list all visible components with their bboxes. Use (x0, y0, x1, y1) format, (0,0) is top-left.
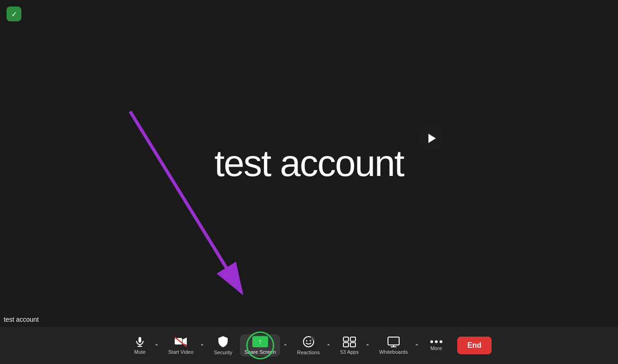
toolbar-group-share-screen: Share Screen ⌃ (238, 334, 291, 357)
svg-rect-16 (350, 343, 355, 347)
svg-text:+: + (312, 338, 314, 341)
reactions-chevron[interactable]: ⌃ (324, 339, 333, 351)
toolbar-group-whiteboards: Whiteboards ⌃ (374, 333, 423, 358)
svg-rect-2 (138, 337, 141, 343)
apps-button[interactable]: 53 Apps (336, 333, 362, 358)
svg-point-22 (440, 340, 442, 343)
svg-point-10 (309, 340, 311, 342)
svg-rect-14 (350, 337, 355, 341)
svg-point-20 (430, 340, 433, 343)
more-button[interactable]: More (425, 337, 448, 354)
video-icon (174, 336, 187, 347)
security-label: Security (214, 350, 232, 355)
microphone-icon (134, 336, 145, 347)
more-dots-icon (430, 340, 443, 344)
main-content-area: test account (0, 0, 618, 327)
reactions-button[interactable]: + Reactions (293, 333, 323, 358)
shield-icon (217, 336, 229, 348)
start-video-label: Start Video (168, 349, 193, 355)
svg-rect-17 (388, 337, 399, 345)
participant-label: test account (4, 316, 39, 323)
whiteboards-chevron[interactable]: ⌃ (413, 339, 421, 351)
svg-point-9 (306, 340, 307, 342)
mute-chevron[interactable]: ⌃ (152, 339, 161, 351)
more-label: More (430, 345, 442, 351)
toolbar: Mute ⌃ Start Video ⌃ (0, 327, 618, 364)
whiteboard-icon (387, 336, 400, 347)
security-button[interactable]: Security (210, 333, 236, 358)
svg-rect-5 (175, 338, 182, 344)
play-button[interactable] (418, 125, 444, 151)
toolbar-group-mute: Mute ⌃ (126, 333, 163, 358)
end-button[interactable]: End (457, 337, 492, 354)
svg-point-21 (435, 340, 438, 343)
svg-rect-15 (343, 343, 348, 347)
svg-rect-13 (343, 337, 348, 341)
share-screen-icon (252, 336, 268, 347)
apps-chevron[interactable]: ⌃ (363, 339, 372, 351)
share-screen-label: Share Screen (244, 349, 276, 355)
share-screen-chevron[interactable]: ⌃ (281, 339, 289, 351)
reactions-label: Reactions (297, 350, 320, 355)
start-video-button[interactable]: Start Video (164, 333, 197, 358)
emoji-icon: + (302, 336, 315, 348)
video-chevron[interactable]: ⌃ (198, 339, 206, 351)
toolbar-group-apps: 53 Apps ⌃ (335, 333, 374, 358)
mute-button[interactable]: Mute (128, 333, 151, 358)
participant-name: test account (214, 142, 403, 185)
apps-icon (343, 336, 356, 347)
toolbar-group-reactions: + Reactions ⌃ (291, 333, 335, 358)
apps-label: 53 Apps (340, 349, 359, 355)
toolbar-group-security: Security (208, 333, 238, 358)
whiteboards-label: Whiteboards (379, 349, 408, 355)
toolbar-group-more: More (423, 337, 450, 354)
share-screen-button[interactable]: Share Screen (240, 334, 280, 357)
whiteboards-button[interactable]: Whiteboards (375, 333, 412, 358)
mute-label: Mute (134, 349, 145, 355)
toolbar-group-video: Start Video ⌃ (163, 333, 208, 358)
